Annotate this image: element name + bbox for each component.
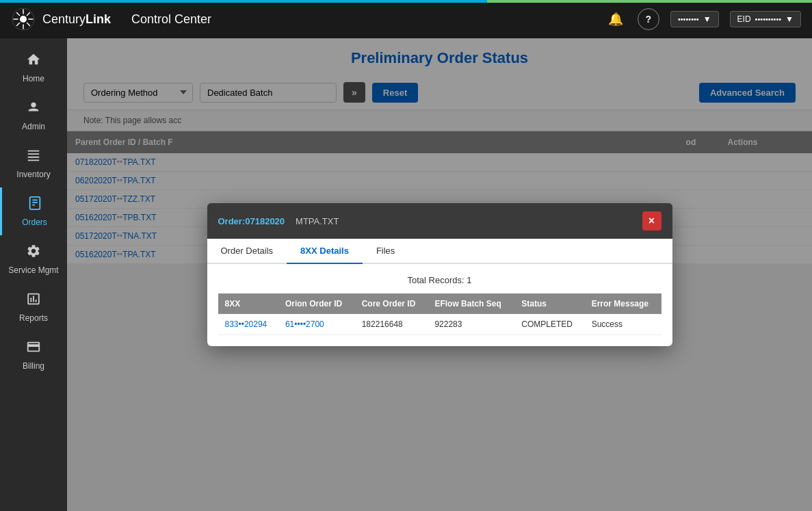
bell-icon: 🔔 [608,12,623,27]
svg-point-10 [31,103,36,107]
home-icon [26,52,41,71]
modal-overlay: Order:07182020 MTPA.TXT × Order Details … [67,38,812,511]
svg-point-9 [20,16,27,23]
top-navigation: CenturyLink Control Center 🔔 ? •••••••• … [0,0,812,38]
billing-icon [26,339,41,358]
question-icon: ? [646,14,652,25]
content-area: Preliminary Order Status Ordering Method… [67,38,812,511]
centurylink-logo-icon [11,7,36,31]
sidebar-item-admin[interactable]: Admin [0,92,67,140]
sidebar-item-label: Billing [23,361,44,371]
admin-icon [26,100,41,119]
sidebar-item-service-mgmt[interactable]: Service Mgmt [0,235,67,283]
app-title: Control Center [131,12,211,27]
sidebar-item-reports[interactable]: Reports [0,283,67,331]
sidebar-item-orders[interactable]: Orders [0,187,67,235]
eid-value: •••••••••• [755,15,782,23]
sidebar-item-label: Admin [22,122,45,131]
user-name: •••••••• [678,15,699,23]
sidebar-item-home[interactable]: Home [0,44,67,92]
col-8xx: 8XX [218,293,278,314]
main-layout: Home Admin Inventory Orders Service Mgmt [0,38,812,511]
order-details-modal: Order:07182020 MTPA.TXT × Order Details … [207,203,672,346]
reports-icon [26,291,41,311]
progress-bar [0,0,812,3]
modal-table: 8XX Orion Order ID Core Order ID EFlow B… [218,293,662,335]
orders-icon [27,196,42,215]
inventory-icon [26,148,41,167]
cell-status: COMPLETED [514,314,584,335]
col-error-message: Error Message [585,293,662,314]
logo-area: CenturyLink [11,7,111,31]
help-button[interactable]: ? [638,8,659,30]
sidebar-item-label: Inventory [16,170,50,179]
col-status: Status [514,293,584,314]
tab-order-details[interactable]: Order Details [207,239,287,264]
eid-dropdown[interactable]: EID •••••••••• ▼ [730,11,801,27]
modal-body: Order Details 8XX Details Files Total Re… [207,239,672,346]
cell-orion-order-id[interactable]: 61••••2700 [278,314,355,335]
sidebar-item-label: Reports [19,313,48,323]
tab-8xx-details[interactable]: 8XX Details [287,239,363,264]
col-orion-order-id: Orion Order ID [278,293,355,314]
modal-close-button[interactable]: × [642,211,662,231]
sidebar-item-billing[interactable]: Billing [0,331,67,379]
cell-error-message: Success [585,314,662,335]
modal-order-id: Order:07182020 [218,216,285,226]
modal-file-name: MTPA.TXT [296,216,339,226]
modal-tabs: Order Details 8XX Details Files [207,239,672,264]
nav-right: 🔔 ? •••••••• ▼ EID •••••••••• ▼ [605,8,801,30]
sidebar-item-label: Service Mgmt [8,265,58,275]
col-core-order-id: Core Order ID [355,293,428,314]
logo-text: CenturyLink [42,12,111,27]
modal-header-info: Order:07182020 MTPA.TXT [218,216,339,226]
total-records: Total Records: 1 [218,275,662,285]
col-eflow-batch-seq: EFlow Batch Seq [428,293,514,314]
eid-label: EID [737,14,751,24]
cell-core-order-id: 182216648 [355,314,428,335]
sidebar-item-inventory[interactable]: Inventory [0,140,67,187]
chevron-down-icon: ▼ [703,14,711,24]
eid-chevron-icon: ▼ [785,14,794,24]
user-dropdown[interactable]: •••••••• ▼ [670,11,719,27]
service-mgmt-icon [26,244,41,263]
cell-8xx[interactable]: 833••20294 [218,314,278,335]
modal-order-id-label: Order:07182020 [218,216,285,226]
sidebar-item-label: Orders [22,218,47,227]
sidebar-item-label: Home [23,74,44,83]
notifications-button[interactable]: 🔔 [605,8,627,30]
tab-files[interactable]: Files [363,239,408,264]
total-records-value: 1 [467,275,471,285]
cell-eflow-batch-seq: 922283 [428,314,514,335]
modal-content: Total Records: 1 8XX Orion Order ID Core… [207,264,672,346]
sidebar: Home Admin Inventory Orders Service Mgmt [0,38,67,511]
modal-header: Order:07182020 MTPA.TXT × [207,203,672,239]
modal-table-row: 833••20294 61••••2700 182216648 922283 C… [218,314,662,335]
